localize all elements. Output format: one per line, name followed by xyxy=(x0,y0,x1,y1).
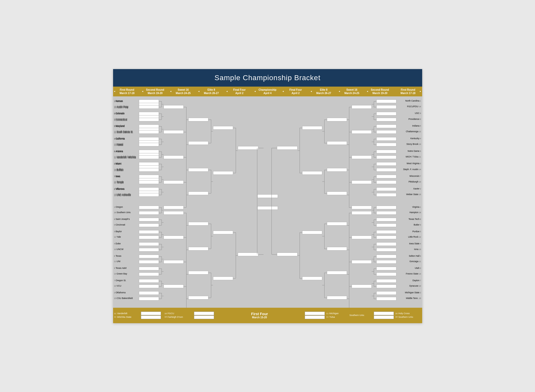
bracket-slot[interactable] xyxy=(139,187,159,191)
bracket-slot[interactable] xyxy=(352,285,372,288)
bracket-slot[interactable] xyxy=(139,211,159,215)
bracket-slot[interactable] xyxy=(164,206,184,209)
bracket-slot[interactable] xyxy=(213,171,233,175)
bracket-slot[interactable] xyxy=(139,218,159,221)
bracket-slot[interactable] xyxy=(376,175,396,178)
bracket-slot[interactable] xyxy=(164,105,184,109)
bracket-slot[interactable] xyxy=(376,105,396,109)
bracket-slot[interactable] xyxy=(352,130,372,134)
bracket-slot[interactable] xyxy=(376,162,396,166)
ff-slot-4a[interactable] xyxy=(374,312,394,315)
bracket-slot[interactable] xyxy=(376,297,396,301)
bracket-slot[interactable] xyxy=(376,285,396,288)
bracket-slot[interactable] xyxy=(376,118,396,121)
bracket-slot[interactable] xyxy=(188,271,208,274)
bracket-slot[interactable] xyxy=(302,126,322,130)
bracket-slot[interactable] xyxy=(277,253,298,256)
ff-slot-3a[interactable] xyxy=(305,312,325,315)
bracket-slot[interactable] xyxy=(257,206,278,210)
bracket-slot[interactable] xyxy=(327,141,347,145)
bracket-slot[interactable] xyxy=(139,255,159,258)
bracket-slot[interactable] xyxy=(376,230,396,234)
bracket-slot[interactable] xyxy=(376,168,396,172)
bracket-slot[interactable] xyxy=(302,171,322,175)
bracket-slot[interactable] xyxy=(213,277,233,280)
bracket-slot[interactable] xyxy=(238,253,258,256)
bracket-slot[interactable] xyxy=(139,124,159,128)
bracket-slot[interactable] xyxy=(376,248,396,252)
bracket-slot[interactable] xyxy=(139,105,159,109)
bracket-slot[interactable] xyxy=(238,146,258,150)
bracket-slot[interactable] xyxy=(213,126,233,130)
bracket-slot[interactable] xyxy=(139,155,159,159)
bracket-slot[interactable] xyxy=(139,168,159,172)
bracket-slot[interactable] xyxy=(188,141,208,145)
bracket-slot[interactable] xyxy=(327,247,347,251)
bracket-slot[interactable] xyxy=(376,236,396,239)
bracket-slot[interactable] xyxy=(327,271,347,274)
bracket-slot[interactable] xyxy=(302,277,322,280)
bracket-slot[interactable] xyxy=(139,279,159,283)
bracket-slot[interactable] xyxy=(139,137,159,141)
ff-slot-3b[interactable] xyxy=(305,315,325,319)
bracket-slot[interactable] xyxy=(164,155,184,159)
bracket-slot[interactable] xyxy=(164,130,184,134)
bracket-slot[interactable] xyxy=(139,180,159,184)
bracket-slot[interactable] xyxy=(376,143,396,146)
bracket-slot[interactable] xyxy=(139,272,159,276)
bracket-slot[interactable] xyxy=(352,180,372,184)
bracket-slot[interactable] xyxy=(352,211,372,215)
bracket-slot[interactable] xyxy=(352,105,372,109)
bracket-slot[interactable] xyxy=(139,285,159,288)
bracket-slot[interactable] xyxy=(352,260,372,264)
bracket-slot[interactable] xyxy=(188,118,208,121)
bracket-slot[interactable] xyxy=(327,191,347,195)
bracket-slot[interactable] xyxy=(352,236,372,239)
bracket-slot[interactable] xyxy=(376,187,396,191)
bracket-slot[interactable] xyxy=(139,193,159,197)
bracket-slot[interactable] xyxy=(376,218,396,221)
bracket-slot[interactable] xyxy=(188,191,208,195)
bracket-slot[interactable] xyxy=(139,248,159,252)
bracket-slot[interactable] xyxy=(188,168,208,172)
bracket-slot[interactable] xyxy=(352,155,372,159)
bracket-slot[interactable] xyxy=(139,291,159,295)
bracket-slot[interactable] xyxy=(139,118,159,121)
bracket-slot[interactable] xyxy=(376,260,396,264)
ff-slot-1a[interactable] xyxy=(141,312,161,315)
bracket-slot[interactable] xyxy=(376,124,396,128)
bracket-slot[interactable] xyxy=(376,242,396,246)
bracket-slot[interactable] xyxy=(376,112,396,115)
bracket-slot[interactable] xyxy=(376,99,396,103)
ff-slot-2a[interactable] xyxy=(194,312,214,315)
bracket-slot[interactable] xyxy=(376,155,396,159)
ff-slot-4b[interactable] xyxy=(374,315,394,319)
bracket-slot[interactable] xyxy=(376,150,396,153)
bracket-slot[interactable] xyxy=(376,223,396,227)
bracket-slot[interactable] xyxy=(376,130,396,134)
bracket-slot[interactable] xyxy=(352,206,372,209)
bracket-slot[interactable] xyxy=(164,260,184,264)
bracket-slot[interactable] xyxy=(213,231,233,234)
bracket-slot[interactable] xyxy=(164,180,184,184)
bracket-slot[interactable] xyxy=(376,137,396,141)
bracket-slot[interactable] xyxy=(376,255,396,258)
bracket-slot[interactable] xyxy=(139,99,159,103)
ff-slot-2b[interactable] xyxy=(194,315,214,319)
bracket-slot[interactable] xyxy=(139,206,159,209)
bracket-slot[interactable] xyxy=(139,260,159,264)
bracket-slot[interactable] xyxy=(376,180,396,184)
bracket-slot[interactable] xyxy=(139,112,159,115)
bracket-slot[interactable] xyxy=(376,267,396,270)
bracket-slot[interactable] xyxy=(376,291,396,295)
ff-slot-1b[interactable] xyxy=(141,315,161,319)
bracket-slot[interactable] xyxy=(327,222,347,226)
bracket-slot[interactable] xyxy=(327,296,347,299)
bracket-slot[interactable] xyxy=(139,162,159,166)
bracket-slot[interactable] xyxy=(302,231,322,234)
bracket-slot[interactable] xyxy=(376,272,396,276)
bracket-slot[interactable] xyxy=(139,150,159,153)
bracket-slot[interactable] xyxy=(257,194,278,198)
bracket-slot[interactable] xyxy=(139,230,159,234)
bracket-slot[interactable] xyxy=(139,267,159,270)
